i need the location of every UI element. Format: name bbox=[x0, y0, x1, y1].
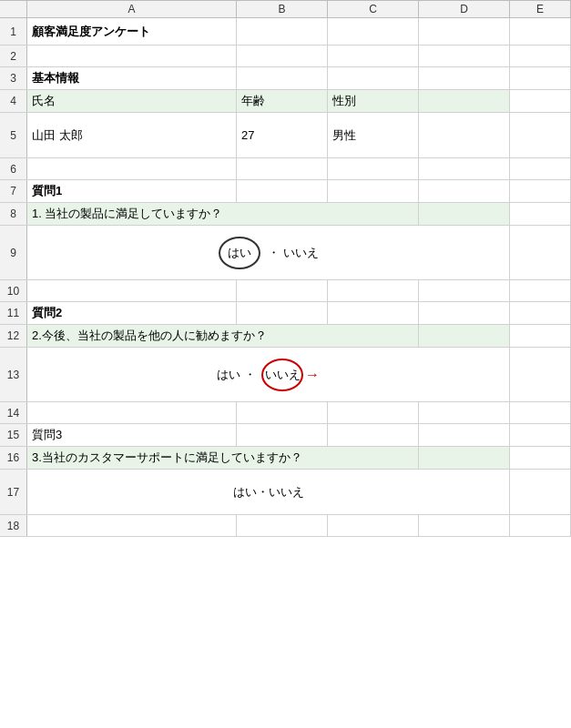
col-header-e: E bbox=[510, 0, 571, 17]
row-num: 11 bbox=[0, 302, 27, 324]
col-header-b: B bbox=[237, 0, 328, 17]
cell-d18[interactable] bbox=[419, 515, 510, 536]
cell-b2[interactable] bbox=[237, 46, 328, 66]
q3-hai-text: はい bbox=[233, 484, 257, 500]
cell-c5[interactable]: 男性 bbox=[328, 113, 419, 157]
cell-a2[interactable] bbox=[27, 46, 237, 66]
row-num: 12 bbox=[0, 325, 27, 347]
cell-d10[interactable] bbox=[419, 280, 510, 301]
cell-c2[interactable] bbox=[328, 46, 419, 66]
cell-d15[interactable] bbox=[419, 424, 510, 446]
cell-a4[interactable]: 氏名 bbox=[27, 90, 237, 112]
cell-e8[interactable] bbox=[510, 203, 571, 225]
cell-d6[interactable] bbox=[419, 158, 510, 179]
cell-d11[interactable] bbox=[419, 302, 510, 324]
cell-a10[interactable] bbox=[27, 280, 237, 301]
q2-iie-text: いいえ bbox=[265, 367, 301, 383]
cell-e12[interactable] bbox=[510, 325, 571, 347]
cell-e18[interactable] bbox=[510, 515, 571, 536]
cell-c4[interactable]: 性別 bbox=[328, 90, 419, 112]
cell-b5[interactable]: 27 bbox=[237, 113, 328, 157]
cell-a3[interactable]: 基本情報 bbox=[27, 67, 237, 89]
cell-b14[interactable] bbox=[237, 402, 328, 423]
corner-cell bbox=[0, 0, 27, 17]
q1-hai-circle: はい bbox=[219, 237, 260, 269]
cell-d12[interactable] bbox=[419, 325, 510, 347]
cell-e14[interactable] bbox=[510, 402, 571, 423]
cell-d7[interactable] bbox=[419, 180, 510, 202]
cell-e5[interactable] bbox=[510, 113, 571, 157]
cell-b6[interactable] bbox=[237, 158, 328, 179]
cell-a5[interactable]: 山田 太郎 bbox=[27, 113, 237, 157]
cell-b18[interactable] bbox=[237, 515, 328, 536]
cell-d2[interactable] bbox=[419, 46, 510, 66]
cell-d4[interactable] bbox=[419, 90, 510, 112]
cell-e6[interactable] bbox=[510, 158, 571, 179]
dot-sep-q3: ・ bbox=[257, 484, 269, 500]
cell-a15[interactable]: 質問3 bbox=[27, 424, 237, 446]
cell-a11[interactable]: 質問2 bbox=[27, 302, 237, 324]
cell-e1[interactable] bbox=[510, 18, 571, 45]
cell-b7[interactable] bbox=[237, 180, 328, 202]
cell-d5[interactable] bbox=[419, 113, 510, 157]
cell-d8[interactable] bbox=[419, 203, 510, 225]
table-row: 8 1. 当社の製品に満足していますか？ bbox=[0, 203, 571, 226]
red-arrow-icon: → bbox=[305, 367, 320, 383]
cell-c14[interactable] bbox=[328, 402, 419, 423]
cell-a14[interactable] bbox=[27, 402, 237, 423]
cell-c1[interactable] bbox=[328, 18, 419, 45]
cell-a16[interactable]: 3.当社のカスタマーサポートに満足していますか？ bbox=[27, 447, 419, 469]
cell-c15[interactable] bbox=[328, 424, 419, 446]
cell-e3[interactable] bbox=[510, 67, 571, 89]
cell-b1[interactable] bbox=[237, 18, 328, 45]
cell-a1[interactable]: 顧客満足度アンケート bbox=[27, 18, 237, 45]
cell-e10[interactable] bbox=[510, 280, 571, 301]
cell-e15[interactable] bbox=[510, 424, 571, 446]
cell-c10[interactable] bbox=[328, 280, 419, 301]
cell-e7[interactable] bbox=[510, 180, 571, 202]
cell-b10[interactable] bbox=[237, 280, 328, 301]
cell-e4[interactable] bbox=[510, 90, 571, 112]
cell-c18[interactable] bbox=[328, 515, 419, 536]
row-num: 9 bbox=[0, 226, 27, 279]
cell-e11[interactable] bbox=[510, 302, 571, 324]
table-row: 1 顧客満足度アンケート bbox=[0, 18, 571, 46]
row-num: 5 bbox=[0, 113, 27, 157]
cell-b11[interactable] bbox=[237, 302, 328, 324]
row-num: 13 bbox=[0, 348, 27, 401]
cell-c6[interactable] bbox=[328, 158, 419, 179]
cell-d14[interactable] bbox=[419, 402, 510, 423]
cell-b15[interactable] bbox=[237, 424, 328, 446]
cell-e9[interactable] bbox=[510, 226, 571, 279]
cell-e17[interactable] bbox=[510, 470, 571, 514]
row-num: 14 bbox=[0, 402, 27, 423]
cell-b4[interactable]: 年齢 bbox=[237, 90, 328, 112]
cell-e16[interactable] bbox=[510, 447, 571, 469]
row-num: 6 bbox=[0, 158, 27, 179]
cell-d16[interactable] bbox=[419, 447, 510, 469]
table-row: 10 bbox=[0, 280, 571, 302]
table-row: 7 質問1 bbox=[0, 180, 571, 203]
table-row: 6 bbox=[0, 158, 571, 180]
cell-c3[interactable] bbox=[328, 67, 419, 89]
cell-c11[interactable] bbox=[328, 302, 419, 324]
table-row: 4 氏名 年齢 性別 bbox=[0, 90, 571, 113]
cell-d1[interactable] bbox=[419, 18, 510, 45]
table-row: 12 2.今後、当社の製品を他の人に勧めますか？ bbox=[0, 325, 571, 348]
q2-answer-area: はい ・ いいえ → bbox=[32, 359, 505, 391]
cell-a8[interactable]: 1. 当社の製品に満足していますか？ bbox=[27, 203, 419, 225]
table-row: 15 質問3 bbox=[0, 424, 571, 447]
cell-e2[interactable] bbox=[510, 46, 571, 66]
cell-c7[interactable] bbox=[328, 180, 419, 202]
cell-e13[interactable] bbox=[510, 348, 571, 401]
cell-a18[interactable] bbox=[27, 515, 237, 536]
table-row: 2 bbox=[0, 46, 571, 67]
table-row: 14 bbox=[0, 402, 571, 424]
cell-a12[interactable]: 2.今後、当社の製品を他の人に勧めますか？ bbox=[27, 325, 419, 347]
cell-a6[interactable] bbox=[27, 158, 237, 179]
q3-iie-text: いいえ bbox=[269, 484, 304, 500]
q1-answer-area: はい ・ いいえ bbox=[32, 237, 505, 269]
cell-b3[interactable] bbox=[237, 67, 328, 89]
cell-d3[interactable] bbox=[419, 67, 510, 89]
cell-a7[interactable]: 質問1 bbox=[27, 180, 237, 202]
